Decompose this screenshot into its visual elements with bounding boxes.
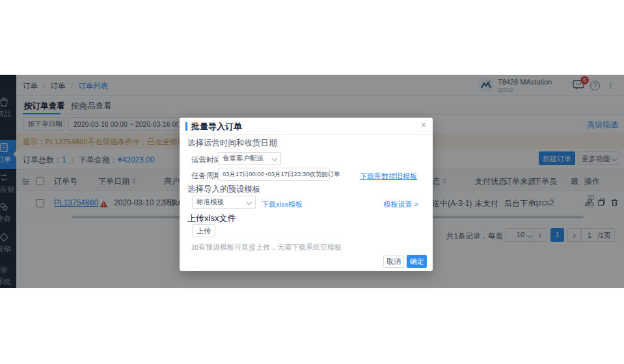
close-icon[interactable]: × xyxy=(421,120,426,130)
template-select-value: 标准模板 xyxy=(197,198,224,207)
section-time-heading: 选择运营时间和收货日期 xyxy=(187,138,277,149)
old-template-download-link[interactable]: 下载带数据旧模板 xyxy=(360,172,417,181)
title-accent-bar xyxy=(185,122,187,131)
template-select[interactable]: 标准模板 xyxy=(192,196,256,209)
upload-button[interactable]: 上传 xyxy=(192,224,215,237)
batch-import-modal: 批量导入订单 × 选择运营时间和收货日期 运营时间: 食堂客户配送 任务周期: … xyxy=(180,118,433,271)
section-template-heading: 选择导入的预设模板 xyxy=(187,184,261,195)
download-xlsx-link[interactable]: 下载xlsx模板 xyxy=(262,200,303,209)
page: 商品 订单 供应链 库 xyxy=(0,0,624,364)
modal-divider xyxy=(180,135,433,135)
cycle-select[interactable]: 03月17日00:00~03月17日23:30收货的订单 xyxy=(218,168,330,181)
time-select-value: 食堂客户配送 xyxy=(223,154,264,163)
section-upload-heading: 上传xlsx文件 xyxy=(187,213,236,224)
template-settings-link[interactable]: 模板设置 > xyxy=(384,200,418,209)
upload-hint: 如有预设模板可直接上传，无需下载系统空模板 xyxy=(191,242,342,252)
chevron-down-icon xyxy=(247,200,252,205)
chevron-down-icon xyxy=(272,156,277,161)
time-select[interactable]: 食堂客户配送 xyxy=(218,152,281,165)
modal-title: 批量导入订单 xyxy=(191,121,242,133)
cancel-button[interactable]: 取消 xyxy=(383,255,404,268)
confirm-button[interactable]: 确定 xyxy=(407,255,427,268)
